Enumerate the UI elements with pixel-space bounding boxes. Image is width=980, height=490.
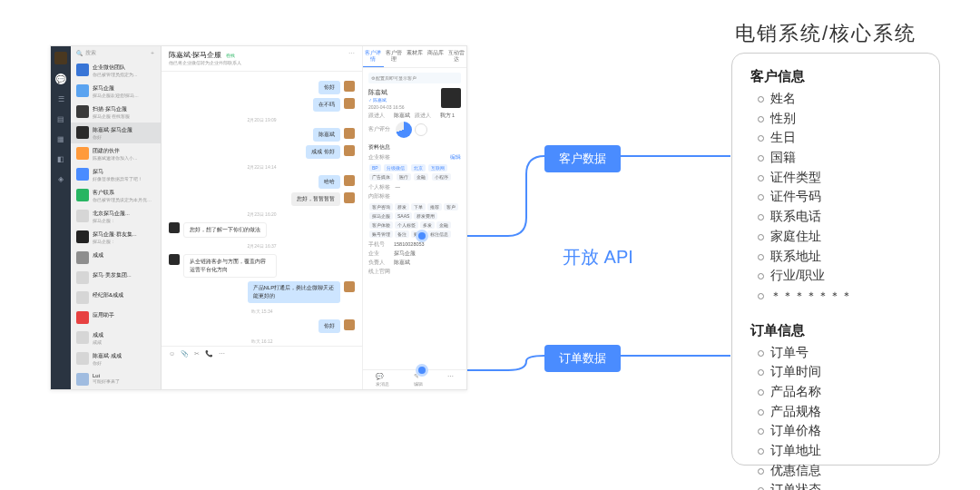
list-item: 行业/职业 xyxy=(758,266,921,286)
tag[interactable]: 互联网 xyxy=(428,164,447,172)
open-api-label: 开放 API xyxy=(563,245,633,270)
tag[interactable]: 备注 xyxy=(395,230,409,238)
order-data-pill: 订单数据 xyxy=(544,345,621,372)
tag[interactable]: 多发 xyxy=(420,221,435,229)
list-item: 家庭住址 xyxy=(758,227,921,247)
date-separator: 2月23日 16:20 xyxy=(169,211,355,217)
tag[interactable]: 下单 xyxy=(411,203,426,211)
tab-detail[interactable]: 客户详情 xyxy=(363,46,384,67)
app-toolbar: 💬 ☰ ▤ ▦ ◧ ◈ xyxy=(51,46,71,389)
conversation-item[interactable]: 探马好像登录数据异常了吧！ xyxy=(71,164,161,185)
tag[interactable]: 金融 xyxy=(414,173,428,181)
message-bubble: 产品NLP打通后，类比企微聊天还能更好的 xyxy=(248,281,341,303)
calendar-icon[interactable]: ▦ xyxy=(55,133,66,144)
tag[interactable]: 北京 xyxy=(411,164,426,172)
date-separator: 2月22日 14:14 xyxy=(169,164,355,170)
order-info-header: 订单信息 xyxy=(750,322,921,339)
tab-radar[interactable]: 互动雷达 xyxy=(446,46,466,67)
chat-input-toolbar[interactable]: ☺ 📎 ✂ 📞 ⋯ xyxy=(162,346,362,389)
search-input[interactable]: 🔍搜索＋ xyxy=(71,46,161,60)
search-icon: 🔍 xyxy=(76,50,83,56)
tag[interactable]: 群发 xyxy=(395,203,409,211)
conversation-item[interactable]: 客户联系你已被管理员设定为本月优秀... xyxy=(71,185,161,206)
more-icon[interactable]: ⋯ xyxy=(219,350,225,386)
message-bubble: 咸咸 你好 xyxy=(306,145,340,159)
tag[interactable]: 客户体验 xyxy=(369,221,393,229)
conversation-item[interactable]: 陈嘉斌·咸咸你好 xyxy=(71,348,161,369)
scissors-icon[interactable]: ✂ xyxy=(194,350,200,386)
chat-icon[interactable]: 💬 xyxy=(55,74,66,84)
list-item: 生日 xyxy=(758,128,921,148)
conversation-item[interactable]: 北京探马企服...探马企服： xyxy=(71,206,161,227)
tag[interactable]: 账号管理 xyxy=(369,230,393,238)
contacts-icon[interactable]: ☰ xyxy=(55,93,66,104)
tag[interactable]: 推荐 xyxy=(427,203,442,211)
conversation-item[interactable]: 咸咸 xyxy=(71,248,161,268)
conversation-item[interactable]: 探马·美发集团... xyxy=(71,268,161,288)
tag[interactable]: 标注信息 xyxy=(427,230,451,238)
tag[interactable]: 客户咨询 xyxy=(369,203,393,211)
meet-icon[interactable]: ◈ xyxy=(55,173,66,184)
tag[interactable]: SAAS xyxy=(395,212,412,220)
conversation-item[interactable]: 探马企服·群友集...探马企服： xyxy=(71,227,161,248)
attach-icon[interactable]: 📎 xyxy=(181,350,189,386)
list-item: 订单时间 xyxy=(758,362,921,382)
list-item: 订单号 xyxy=(758,343,921,363)
conversation-item[interactable]: Lui可能好事来了 xyxy=(71,369,161,389)
add-icon[interactable]: ＋ xyxy=(150,49,155,57)
config-hint: ⚙ 配置后即可显示客户 xyxy=(368,73,461,83)
doc-icon[interactable]: ▤ xyxy=(55,113,66,124)
chat-panel: 陈嘉斌·探马企服 在线 ⋯ 他已将企业微信转为企业外部联系人 你好 在不吗 2月… xyxy=(162,46,362,389)
workspace-icon[interactable]: ◧ xyxy=(55,153,66,164)
edit-tags[interactable]: 编辑 xyxy=(450,154,461,161)
conversation-item[interactable]: 经纪部&咸咸 xyxy=(71,288,161,308)
tab-material[interactable]: 素材库 xyxy=(405,46,426,67)
tag[interactable]: 广告媒体 xyxy=(369,173,393,181)
avatar[interactable] xyxy=(54,52,67,64)
chat-subtitle: 他已将企业微信转为企业外部联系人 xyxy=(169,60,355,65)
message-bubble: 你好 xyxy=(318,319,340,333)
send-msg-button[interactable]: 💬发消息 xyxy=(376,373,389,387)
chat-header: 陈嘉斌·探马企服 在线 ⋯ 他已将企业微信转为企业外部联系人 xyxy=(162,46,362,72)
tag[interactable]: 个人标签 xyxy=(395,221,418,229)
conversation-item[interactable]: 探马企服探马企服欢迎您!探马... xyxy=(71,81,161,102)
emoji-icon[interactable]: ☺ xyxy=(169,350,175,386)
list-item: 性别 xyxy=(758,109,921,129)
status-badge: 在线 xyxy=(226,53,235,58)
tag[interactable]: 小程序 xyxy=(432,173,451,181)
customer-data-pill: 客户数据 xyxy=(544,145,621,172)
wecom-app: 💬 ☰ ▤ ▦ ◧ ◈ 🔍搜索＋ 企业微信团队你已被管理员指定为...探马企服探… xyxy=(50,45,467,390)
date-separator: 昨天 16:12 xyxy=(169,338,355,344)
system-title: 电销系统/核心系统 xyxy=(735,20,916,47)
conversation-item[interactable]: 团建的伙伴陈嘉斌邀请你加入小... xyxy=(71,143,161,164)
tag[interactable]: 金融 xyxy=(436,221,451,229)
conversation-item[interactable]: 企业微信团队你已被管理员指定为... xyxy=(71,60,161,81)
tag[interactable]: 探马企服 xyxy=(369,212,393,220)
tab-manage[interactable]: 客户管理 xyxy=(384,46,405,67)
chat-body: 你好 在不吗 2月20日 19:09 陈嘉斌 咸咸 你好 2月22日 14:14… xyxy=(162,72,362,346)
tag[interactable]: BP xyxy=(369,164,381,172)
conversation-item[interactable]: 咸咸咸咸 xyxy=(71,328,161,348)
conversation-item[interactable]: 扫描·探马企服探马企服 在线客服 xyxy=(71,102,161,122)
tab-goods[interactable]: 商品库 xyxy=(425,46,446,67)
list-item: 联系电话 xyxy=(758,207,921,227)
conversation-item[interactable]: 应用助手 xyxy=(71,308,161,328)
more-icon[interactable]: ⋯ xyxy=(348,50,355,57)
list-item: 订单价格 xyxy=(758,421,921,441)
tag[interactable]: 分级微信 xyxy=(384,164,407,172)
date-separator: 2月24日 16:37 xyxy=(169,243,355,249)
more-button[interactable]: ⋯ xyxy=(447,373,454,387)
customer-info-list: 姓名 性别 生日 国籍 证件类型 证件号码 联系电话 家庭住址 联系地址 行业/… xyxy=(750,89,921,306)
customer-sidepanel: 客户详情 客户管理 素材库 商品库 互动雷达 ⚙ 配置后即可显示客户 陈嘉斌 ♂… xyxy=(362,46,466,389)
phone-icon[interactable]: 📞 xyxy=(205,350,213,386)
sidepanel-footer: 💬发消息 ✎编辑 ⋯ xyxy=(363,369,466,389)
conversation-item[interactable]: 陈嘉斌·探马企服你好 xyxy=(71,122,161,143)
tag[interactable]: 客户 xyxy=(444,203,458,211)
tag[interactable]: 医疗 xyxy=(397,173,411,181)
profile-section: 资料信息 xyxy=(368,143,461,152)
list-item: 证件号码 xyxy=(758,187,921,207)
tag[interactable]: 群发费用 xyxy=(414,212,437,220)
sidepanel-tabs: 客户详情 客户管理 素材库 商品库 互动雷达 xyxy=(363,46,466,68)
message-bubble: 您好，想了解一下你们的做法 xyxy=(183,222,267,238)
list-item: 国籍 xyxy=(758,148,921,168)
